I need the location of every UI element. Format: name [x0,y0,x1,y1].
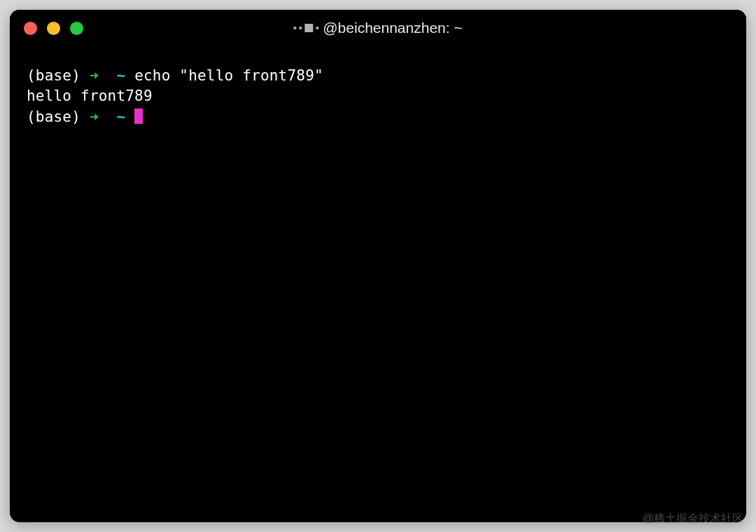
minimize-button[interactable] [47,22,60,35]
window-title-text: @beichennanzhen: ~ [323,20,462,36]
terminal-window: @beichennanzhen: ~ (base) ➜ ~ echo "hell… [10,10,746,522]
prompt-arrow: ➜ [90,108,99,125]
close-button[interactable] [24,22,37,35]
output-line-1: hello front789 [27,86,729,106]
window-title: @beichennanzhen: ~ [293,20,462,36]
watermark: @稀土掘金技术社区 [643,512,743,526]
command-text: echo "hello front789" [134,67,323,84]
prompt-path: ~ [116,67,125,84]
prompt-env: (base) [27,67,80,84]
terminal-body[interactable]: (base) ➜ ~ echo "hello front789" hello f… [10,46,746,522]
prompt-env: (base) [27,108,80,125]
titlebar[interactable]: @beichennanzhen: ~ [10,10,746,46]
prompt-arrow: ➜ [90,67,99,84]
prompt-line-1: (base) ➜ ~ echo "hello front789" [27,66,729,86]
obscured-title-segment [293,24,318,32]
maximize-button[interactable] [70,22,83,35]
output-text: hello front789 [27,88,153,104]
traffic-lights [24,22,83,35]
prompt-line-2: (base) ➜ ~ [27,107,729,127]
cursor-icon [134,108,143,124]
prompt-path: ~ [116,108,125,125]
